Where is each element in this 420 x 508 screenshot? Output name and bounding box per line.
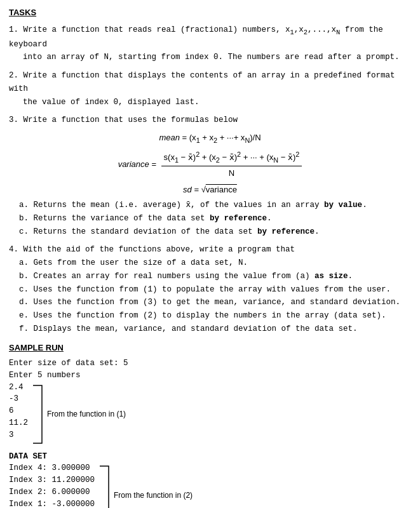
math-formulas: mean = (x1 + x2 + ···+ xN)/N variance = … — [9, 131, 411, 196]
num-4: 11.2 — [9, 417, 28, 429]
index-3: Index 3: 11.200000 — [9, 474, 95, 486]
task-2-text1: 2. Write a function that displays the co… — [9, 71, 395, 93]
task-4-a: a. Gets from the user the size of a data… — [19, 256, 411, 269]
task-3-subs: a. Returns the mean (i.e. average) x̄, o… — [9, 198, 411, 237]
task-3-b: b. Returns the variance of the data set … — [19, 211, 411, 225]
task-3: 3. Write a function that uses the formul… — [9, 113, 411, 237]
bracket-label-1: From the function in (1) — [47, 408, 126, 420]
tasks-section: TASKS 1. Write a function that reads rea… — [9, 6, 411, 335]
data-set-block: DATA SET Index 4: 3.000000 Index 3: 11.2… — [9, 451, 411, 508]
task-1: 1. Write a function that reads real (fra… — [9, 23, 411, 64]
bracket-label-2: From the function in (2) — [114, 490, 193, 501]
tasks-heading: TASKS — [9, 6, 411, 19]
task-4-d: d. Uses the function from (3) to get the… — [19, 295, 411, 309]
task-4-subs: a. Gets from the user the size of a data… — [9, 256, 411, 335]
num-3: 6 — [9, 405, 28, 417]
num-1: 2.4 — [9, 382, 28, 394]
sample-run-heading: SAMPLE RUN — [9, 342, 411, 354]
variance-fraction: s(x1 − x̄)2 + (x2 − x̄)2 + ··· + (xN − x… — [161, 149, 302, 180]
sample-run-line-1: Enter size of data set: 5 — [9, 358, 411, 370]
right-bracket-icon-2 — [98, 465, 110, 508]
task-3-c: c. Returns the standard deviation of the… — [19, 225, 411, 238]
task-3-a: a. Returns the mean (i.e. average) x̄, o… — [19, 198, 411, 211]
task-4-c: c. Uses the function from (1) to populat… — [19, 283, 411, 296]
index-4: Index 4: 3.000000 — [9, 462, 95, 474]
task-4-e: e. Uses the function from (2) to display… — [19, 309, 411, 322]
sample-run-numbers: 2.4 -3 6 11.2 3 — [9, 382, 28, 441]
data-set-lines: Index 4: 3.000000 Index 3: 11.200000 Ind… — [9, 462, 95, 508]
task-4: 4. With the aid of the functions above, … — [9, 243, 411, 335]
variance-equation: variance = s(x1 − x̄)2 + (x2 − x̄)2 + ··… — [9, 149, 411, 180]
bracket-group-2: From the function in (2) — [98, 465, 193, 508]
sample-run-content: Enter size of data set: 5 Enter 5 number… — [9, 358, 411, 444]
task-4-intro: 4. With the aid of the functions above, … — [9, 245, 295, 254]
task-3-intro: 3. Write a function that uses the formul… — [9, 116, 238, 124]
index-2: Index 2: 6.000000 — [9, 486, 95, 498]
sample-run-line-2: Enter 5 numbers — [9, 370, 411, 382]
task-2: 2. Write a function that displays the co… — [9, 69, 411, 108]
task-2-text2: the value of index 0, displayed last. — [9, 98, 200, 107]
task-1-label: 1. Write a function that reads real (fra… — [9, 25, 383, 49]
task-4-f: f. Displays the mean, variance, and stan… — [19, 322, 411, 335]
sample-run-section: SAMPLE RUN Enter size of data set: 5 Ent… — [9, 342, 411, 508]
bracket-group-1: From the function in (1) — [32, 384, 126, 444]
data-set-lines-group: Index 4: 3.000000 Index 3: 11.200000 Ind… — [9, 462, 411, 508]
task-4-b: b. Creates an array for real numbers usi… — [19, 269, 411, 283]
num-5: 3 — [9, 429, 28, 441]
num-2: -3 — [9, 393, 28, 405]
index-1: Index 1: -3.000000 — [9, 498, 95, 508]
sample-run-numbers-group: 2.4 -3 6 11.2 3 From the function in (1) — [9, 382, 411, 444]
right-bracket-icon — [32, 384, 43, 444]
data-set-heading: DATA SET — [9, 451, 411, 463]
mean-equation: mean = (x1 + x2 + ···+ xN)/N — [9, 131, 411, 145]
task-1-text2: into an array of N, starting from index … — [9, 53, 400, 62]
sd-equation: sd = √variance — [9, 184, 411, 196]
